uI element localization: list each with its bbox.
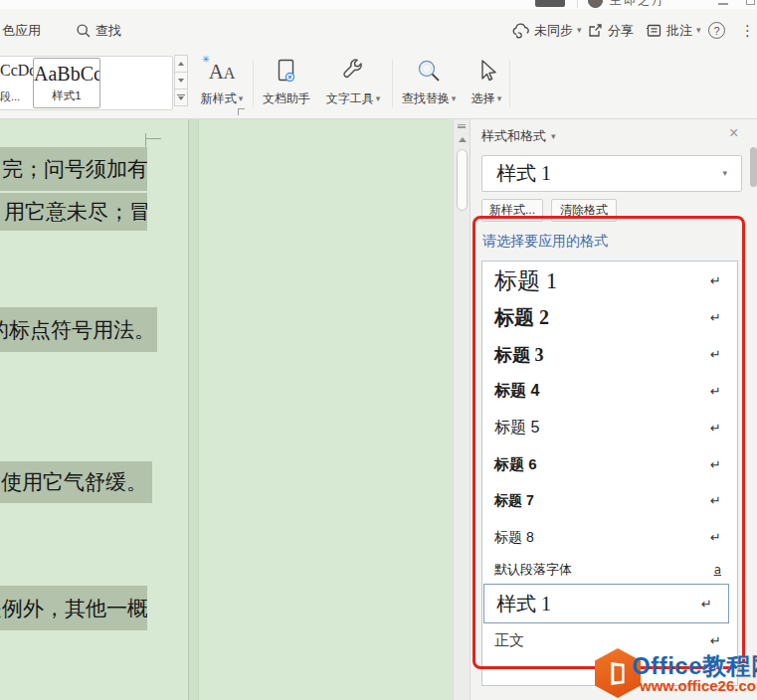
style-list-item-heading3[interactable]: 标题 3↵ [482, 336, 737, 373]
title-bar: 主即之丹 [0, 0, 757, 9]
style-list-item-heading1[interactable]: 标题 1↵ [482, 262, 737, 299]
chevron-down-icon: ▾ [696, 26, 701, 35]
paragraph-return-icon: ↵ [701, 597, 712, 612]
triangle-up-icon [178, 62, 184, 66]
style-list-item-style1-selected[interactable]: 样式 1↵ [483, 584, 729, 623]
share-icon [587, 22, 604, 39]
cloud-sync-icon [511, 22, 530, 39]
style-list-item-heading8[interactable]: 标题 8↵ [482, 519, 737, 556]
cursor-arrow-icon [474, 58, 498, 86]
watermark: Office教程网 www.office26.com [582, 644, 757, 700]
minimize-button[interactable] [718, 3, 728, 5]
document-scrollbar[interactable] [453, 119, 470, 700]
paragraph-return-icon: ↵ [710, 493, 721, 508]
new-style-button[interactable]: AA✳ 新样式▾ [195, 54, 249, 115]
style-gallery-scroll [174, 56, 188, 106]
paragraph-return-icon: ↵ [710, 273, 721, 288]
scroll-up-icon[interactable] [459, 137, 467, 142]
ribbon-corner-mark [238, 108, 245, 115]
scrollbar-thumb[interactable] [457, 149, 468, 211]
chevron-down-icon: ▾ [497, 94, 502, 103]
paragraph-return-icon: ↵ [710, 530, 721, 545]
paragraph-return-icon: ↵ [710, 384, 721, 399]
style-list-item-heading7[interactable]: 标题 7↵ [482, 482, 737, 519]
clear-format-button[interactable]: 清除格式 [551, 199, 617, 222]
comment-icon [645, 22, 662, 39]
find-menu-item[interactable]: 查找 [76, 9, 121, 52]
style-list-item-heading5[interactable]: 标题 5↵ [482, 410, 737, 446]
new-style-icon: AA✳ [209, 62, 236, 83]
highlighted-text-line[interactable]: 用它意未尽；冒 [0, 193, 147, 231]
style-gallery-item-partial-label: 段... [0, 89, 20, 104]
ribbon: CcDd 段... AaBbCc 样式1 AA✳ 新样式▾ 文档助手 [0, 52, 757, 119]
gallery-expand-button[interactable] [174, 88, 188, 106]
divider [509, 60, 510, 107]
triangle-down-icon [178, 79, 184, 83]
paragraph-return-icon: ↵ [710, 347, 721, 362]
panel-title[interactable]: 样式和格式 ▾ [481, 127, 556, 145]
watermark-brand-en: Office [632, 652, 702, 679]
divider [577, 0, 578, 8]
divider [392, 60, 393, 107]
chevron-down-icon: ▾ [577, 26, 582, 35]
panel-scrollbar-thumb[interactable] [750, 147, 757, 187]
chevron-down-icon: ▾ [722, 169, 727, 178]
comment-button[interactable]: 批注 ▾ [645, 9, 701, 52]
margin-crop-mark [145, 138, 161, 139]
paragraph-return-icon: ↵ [710, 310, 721, 325]
previous-page-icon[interactable] [458, 124, 466, 128]
help-icon: ? [708, 22, 725, 39]
magnifier-icon [415, 58, 443, 86]
find-replace-button[interactable]: 查找替换▾ [396, 54, 462, 115]
style-gallery-item-selected[interactable]: AaBbCc 样式1 [33, 58, 100, 108]
member-button[interactable] [535, 0, 565, 7]
style-list-item-heading6[interactable]: 标题 6↵ [482, 446, 737, 482]
highlighted-text-line[interactable]: 完；问号须加有 [0, 147, 147, 191]
watermark-url: www.office26.com [640, 677, 757, 694]
style-list-item-default-font[interactable]: 默认段落字体a [482, 556, 737, 583]
username-label: 主即之丹 [610, 0, 665, 9]
style-gallery-item-partial-preview[interactable]: CcDd [0, 62, 37, 80]
menu-bar: 色应用 查找 未同步 ▾ 分享 批注 ▾ [0, 9, 757, 52]
sync-status-button[interactable]: 未同步 ▾ [511, 9, 582, 52]
current-style-dropdown[interactable]: 样式 1 ▾ [481, 155, 742, 192]
divider [253, 60, 254, 107]
highlighted-text-line[interactable]: 的标点符号用法。 [0, 307, 157, 352]
wrench-icon [339, 58, 367, 86]
expand-gallery-icon [177, 94, 185, 100]
highlighted-text-line[interactable]: 使用它气舒缓。 [0, 461, 152, 503]
watermark-brand-cn: 教程网 [702, 652, 757, 679]
avatar[interactable] [588, 0, 603, 8]
wps-writer-window: 主即之丹 色应用 查找 未同步 ▾ 分享 [0, 0, 757, 700]
paragraph-return-icon: ↵ [710, 421, 721, 436]
styles-formatting-panel: 样式和格式 ▾ × 样式 1 ▾ 新样式... 清除格式 请选择要应用的格式 标… [470, 119, 757, 700]
document-assistant-icon [275, 58, 298, 86]
chevron-down-icon: ▾ [376, 94, 381, 103]
document-canvas[interactable]: 完；问号须加有 用它意未尽；冒 的标点符号用法。 使用它气舒缓。 是例外，其他一… [0, 119, 453, 700]
apply-format-prompt: 请选择要应用的格式 [482, 233, 608, 251]
new-style-panel-button[interactable]: 新样式... [481, 199, 543, 222]
select-button[interactable]: 选择▾ [464, 54, 509, 115]
more-menu-button[interactable]: ⋮ [740, 9, 755, 52]
character-style-icon: a [714, 563, 721, 577]
page-gap [188, 119, 199, 700]
gallery-scroll-down-button[interactable] [174, 72, 188, 89]
highlighted-text-line[interactable]: 是例外，其他一概 [0, 586, 147, 630]
tab-special-features[interactable]: 色应用 [2, 9, 41, 52]
chevron-down-icon: ▾ [551, 132, 556, 141]
chevron-down-icon: ▾ [452, 94, 457, 103]
style-list-item-heading4[interactable]: 标题 4↵ [482, 373, 737, 410]
search-icon [76, 23, 92, 39]
style-list: 标题 1↵ 标题 2↵ 标题 3↵ 标题 4↵ 标题 5↵ 标题 6↵ 标题 7… [481, 261, 738, 686]
document-assistant-button[interactable]: 文档助手 [257, 54, 316, 115]
help-button[interactable]: ? [708, 9, 725, 52]
text-tools-button[interactable]: 文字工具▾ [320, 54, 386, 115]
more-icon: ⋮ [740, 22, 755, 40]
style-list-item-heading2[interactable]: 标题 2↵ [482, 299, 737, 336]
share-button[interactable]: 分享 [587, 9, 634, 52]
maximize-button[interactable] [746, 0, 755, 5]
close-icon[interactable]: × [729, 125, 738, 141]
paragraph-return-icon: ↵ [710, 457, 721, 472]
gallery-scroll-up-button[interactable] [174, 55, 188, 73]
chevron-down-icon: ▾ [239, 94, 244, 103]
